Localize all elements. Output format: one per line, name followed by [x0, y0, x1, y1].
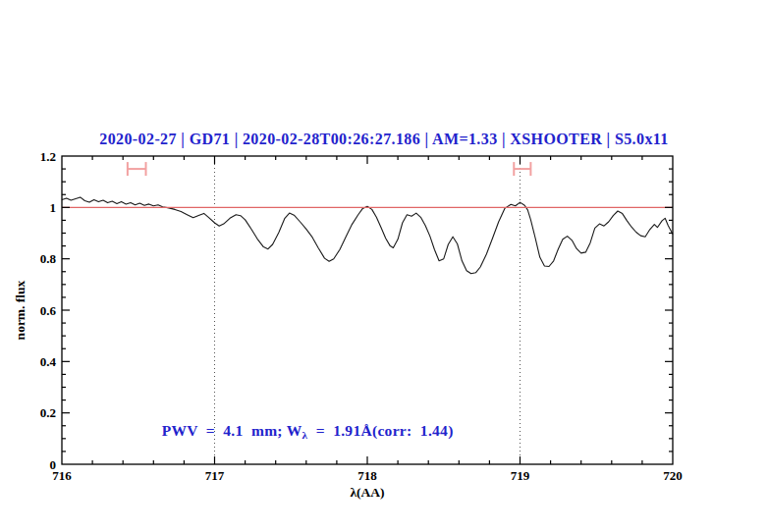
x-tick-label: 719 — [511, 468, 530, 483]
y-tick-label: 1 — [50, 200, 57, 215]
x-axis-label: λ(AA) — [350, 485, 384, 501]
y-tick-label: 1.2 — [40, 149, 56, 164]
plot-title: 2020-02-27 | GD71 | 2020-02-28T00:26:27.… — [0, 131, 768, 148]
pwv-annotation: PWV = 4.1 mm; Wλ = 1.91Å(corr: 1.44) — [145, 404, 454, 458]
x-tick-label: 718 — [357, 468, 377, 483]
y-tick-label: 0.4 — [40, 354, 57, 369]
y-tick-label: 0.6 — [40, 303, 57, 318]
y-tick-label: 0.2 — [40, 405, 56, 420]
x-tick-label: 720 — [663, 468, 683, 483]
pwv-annotation-text: PWV = 4.1 mm; W — [162, 422, 302, 439]
pwv-annotation-value: = 1.91Å(corr: 1.44) — [307, 422, 453, 439]
y-tick-label: 0 — [50, 457, 57, 472]
spectrum-curve — [62, 197, 673, 274]
x-tick-label: 717 — [205, 468, 225, 483]
y-axis-label: norm. flux — [13, 281, 28, 341]
y-tick-label: 0.8 — [40, 251, 57, 266]
spectrum-figure: 71671771871972000.20.40.60.811.2 2020-02… — [0, 0, 768, 532]
